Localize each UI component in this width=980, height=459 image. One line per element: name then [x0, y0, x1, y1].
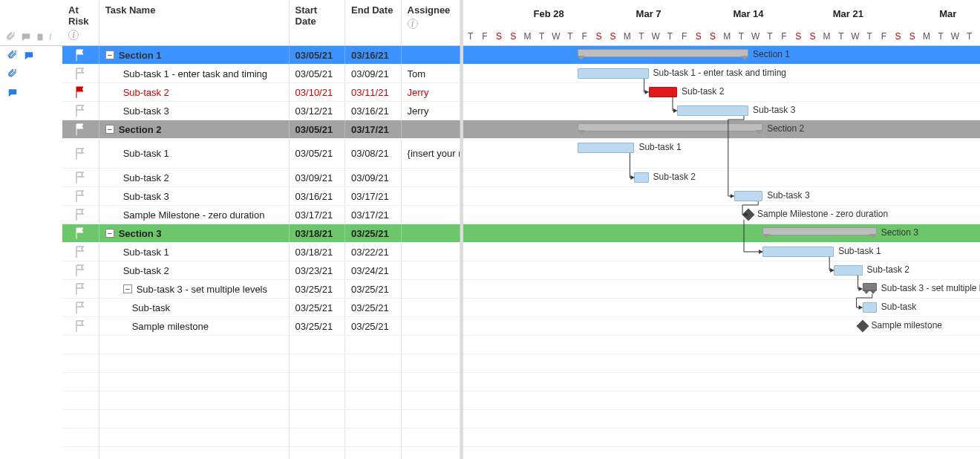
info-icon[interactable]: i	[408, 19, 418, 29]
end-date-cell[interactable]: 03/09/21	[345, 169, 401, 186]
end-date-cell[interactable]: 03/08/21	[345, 139, 401, 168]
task-name-cell[interactable]: Sub-task 1	[99, 243, 290, 261]
col-header-end-date[interactable]: End Date	[345, 0, 401, 45]
end-date-cell[interactable]: 03/16/21	[345, 46, 401, 64]
assignee-cell[interactable]: Tom	[402, 65, 460, 82]
gantt-row[interactable]: Sub-task 3 - set multiple levels	[463, 280, 980, 299]
flag-icon[interactable]	[75, 86, 85, 98]
flag-icon[interactable]	[75, 148, 85, 160]
table-row[interactable]: Sub-task 203/23/2103/24/21	[62, 261, 460, 280]
start-date-cell[interactable]: 03/18/21	[290, 243, 345, 261]
flag-icon[interactable]	[75, 320, 85, 332]
table-row[interactable]: Sub-task 203/09/2103/09/21	[62, 169, 460, 187]
assignee-cell[interactable]	[402, 280, 460, 298]
table-row[interactable]	[62, 336, 460, 354]
start-date-cell[interactable]: 03/05/21	[290, 120, 345, 138]
flag-icon[interactable]	[75, 172, 85, 183]
gantt-bar[interactable]	[762, 227, 877, 235]
col-header-assignee[interactable]: Assignee i	[402, 0, 460, 45]
flag-icon[interactable]	[75, 246, 85, 258]
collapse-toggle[interactable]: −	[105, 51, 114, 59]
comment-icon[interactable]	[24, 51, 34, 61]
at-risk-cell[interactable]	[62, 299, 99, 316]
gantt-row[interactable]: Sub-task 1	[463, 243, 980, 261]
gantt-bar[interactable]	[634, 172, 648, 183]
assignee-cell[interactable]	[402, 243, 460, 261]
start-date-cell[interactable]: 03/05/21	[290, 46, 345, 64]
milestone-marker[interactable]	[856, 320, 869, 333]
task-name-cell[interactable]: Sub-task 2	[99, 83, 290, 101]
gantt-bar[interactable]	[578, 49, 748, 57]
assignee-cell[interactable]	[402, 224, 460, 242]
task-name-cell[interactable]: Sample Milestone - zero duration	[99, 206, 290, 224]
assignee-cell[interactable]	[402, 46, 460, 64]
flag-icon[interactable]	[75, 190, 85, 202]
gantt-row[interactable]: Section 3	[463, 224, 980, 243]
task-name-cell[interactable]: Sub-task 2	[99, 169, 290, 186]
gantt-row[interactable]: Sub-task 3	[463, 187, 980, 206]
flag-icon[interactable]	[75, 49, 85, 61]
end-date-cell[interactable]: 03/22/21	[345, 243, 401, 261]
at-risk-cell[interactable]	[62, 139, 99, 168]
task-name-cell[interactable]: −Section 2	[99, 120, 290, 138]
start-date-cell[interactable]: 03/10/21	[290, 83, 345, 101]
gantt-row[interactable]: Sample milestone	[463, 317, 980, 336]
start-date-cell[interactable]: 03/25/21	[290, 299, 345, 316]
gantt-bar[interactable]	[578, 123, 763, 131]
gantt-row[interactable]: Sub-task 1	[463, 139, 980, 169]
gantt-row[interactable]: Sub-task 2	[463, 261, 980, 280]
task-name-cell[interactable]: Sub-task 1	[99, 139, 290, 168]
comment-icon[interactable]	[7, 88, 18, 98]
col-header-task-name[interactable]: Task Name	[99, 0, 290, 45]
gantt-row[interactable]: Sub-task 2	[463, 169, 980, 187]
task-name-cell[interactable]: Sub-task	[99, 299, 290, 316]
col-header-start-date[interactable]: Start Date	[290, 0, 345, 45]
task-name-cell[interactable]: −Sub-task 3 - set multiple levels	[99, 280, 290, 298]
gantt-row[interactable]: Sub-task 2	[463, 83, 980, 102]
start-date-cell[interactable]: 03/09/21	[290, 169, 345, 186]
end-date-cell[interactable]: 03/16/21	[345, 102, 401, 120]
table-row[interactable]	[62, 447, 460, 459]
table-row[interactable]: −Section 203/05/2103/17/21	[62, 120, 460, 139]
at-risk-cell[interactable]	[62, 65, 99, 82]
assignee-cell[interactable]	[402, 261, 460, 279]
gantt-row[interactable]: Sub-task 1 - enter task and timing	[463, 65, 980, 83]
flag-icon[interactable]	[75, 68, 85, 79]
task-name-cell[interactable]: Sub-task 1 - enter task and timing	[99, 65, 290, 82]
gantt-bar[interactable]	[578, 143, 635, 153]
table-row[interactable]	[62, 391, 460, 410]
gantt-body[interactable]: Section 1Sub-task 1 - enter task and tim…	[463, 46, 980, 459]
gantt-timeline[interactable]: Feb 28Mar 7Mar 14Mar 21Mar TFSSMTWTFSSMT…	[463, 0, 980, 459]
start-date-cell[interactable]: 03/25/21	[290, 280, 345, 298]
assignee-cell[interactable]	[402, 206, 460, 224]
info-icon[interactable]: i	[68, 30, 79, 40]
attachment-icon[interactable]	[7, 51, 18, 61]
assignee-cell[interactable]	[402, 169, 460, 186]
table-row[interactable]: Sub-task 203/10/2103/11/21Jerry	[62, 83, 460, 102]
collapse-toggle[interactable]: −	[123, 284, 132, 293]
start-date-cell[interactable]: 03/05/21	[290, 139, 345, 168]
col-header-at-risk[interactable]: At Risk i	[62, 0, 99, 45]
at-risk-cell[interactable]	[62, 120, 99, 138]
gantt-bar[interactable]	[863, 283, 877, 291]
at-risk-cell[interactable]	[62, 83, 99, 101]
flag-icon[interactable]	[75, 283, 85, 295]
start-date-cell[interactable]: 03/05/21	[290, 65, 345, 82]
assignee-cell[interactable]: Jerry	[402, 102, 460, 120]
gantt-bar[interactable]	[834, 265, 862, 276]
task-name-cell[interactable]: Sub-task 3	[99, 187, 290, 205]
assignee-cell[interactable]	[402, 120, 460, 138]
end-date-cell[interactable]: 03/17/21	[345, 206, 401, 224]
end-date-cell[interactable]: 03/17/21	[345, 187, 401, 205]
table-row[interactable]	[62, 429, 460, 447]
start-date-cell[interactable]: 03/25/21	[290, 317, 345, 335]
end-date-cell[interactable]: 03/25/21	[345, 280, 401, 298]
at-risk-cell[interactable]	[62, 46, 99, 64]
table-row[interactable]: −Sub-task 3 - set multiple levels03/25/2…	[62, 280, 460, 299]
end-date-cell[interactable]: 03/25/21	[345, 299, 401, 316]
gantt-bar[interactable]	[578, 68, 649, 79]
at-risk-cell[interactable]	[62, 169, 99, 186]
task-name-cell[interactable]: Sub-task 2	[99, 261, 290, 279]
table-row[interactable]: −Section 103/05/2103/16/21	[62, 46, 460, 65]
flag-icon[interactable]	[75, 105, 85, 117]
